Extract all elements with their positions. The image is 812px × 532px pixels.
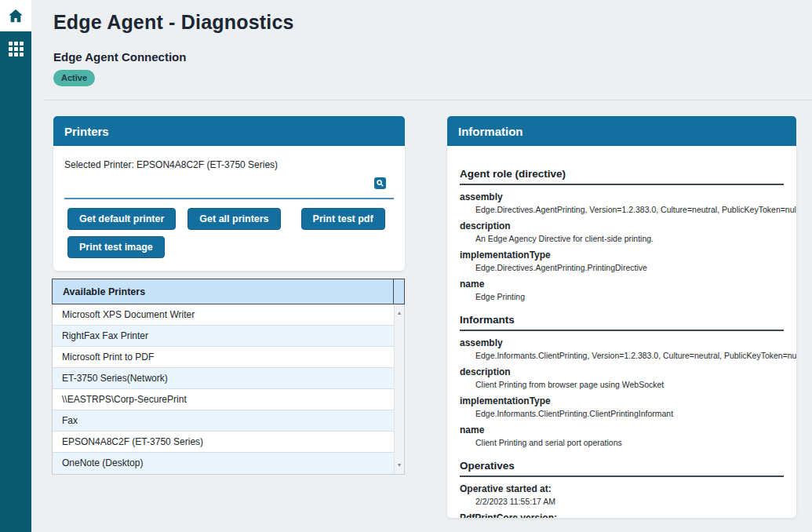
table-row[interactable]: \\EASTRPS\Corp-SecurePrint (53, 389, 394, 410)
information-panel-header: Information (447, 116, 796, 146)
info-field-label: Operative started at: (460, 483, 796, 495)
info-field-label: implementationType (460, 395, 796, 407)
selected-printer-label: Selected Printer: EPSON4A8C2F (ET-3750 S… (64, 159, 394, 170)
info-field-value: An Edge Agency Directive for client-side… (475, 232, 796, 245)
table-row[interactable]: Fax (53, 410, 394, 432)
info-field-label: description (460, 220, 796, 232)
sidebar (0, 0, 31, 532)
information-body: Agent role (directive)assemblyEdge.Direc… (447, 146, 796, 518)
header-divider (45, 100, 812, 100)
info-field-value: Edge.Informants.ClientPrinting.ClientPri… (475, 407, 796, 420)
print-test-pdf-button[interactable]: Print test pdf (301, 208, 385, 230)
info-field-label: assembly (460, 191, 796, 203)
info-field-value: Client Printing from browser page using … (475, 378, 796, 391)
printers-panel-header: Printers (53, 116, 405, 146)
info-field-value: Edge.Informants.ClientPrinting, Version=… (475, 349, 796, 362)
printer-list-scrollbar[interactable]: ▲ ▼ (394, 304, 404, 474)
printer-list-container: Microsoft XPS Document WriterRightFax Fa… (52, 304, 405, 475)
sidebar-home-button[interactable] (0, 0, 31, 31)
table-row[interactable]: EPSON4A8C2F (ET-3750 Series) (53, 432, 394, 453)
printers-panel-title: Printers (64, 125, 109, 138)
scroll-up-icon[interactable]: ▲ (395, 309, 404, 317)
printer-search-button[interactable] (374, 177, 386, 189)
page-title: Edge Agent - Diagnostics (53, 11, 294, 34)
table-row[interactable]: Microsoft Print to PDF (53, 347, 394, 368)
table-row[interactable]: ET-3750 Series(Network) (53, 368, 394, 389)
table-row[interactable]: Microsoft XPS Document Writer (53, 304, 394, 326)
info-section-heading: Operatives (460, 460, 784, 477)
printers-panel-body: Selected Printer: EPSON4A8C2F (ET-3750 S… (53, 146, 405, 271)
print-test-image-button[interactable]: Print test image (67, 236, 165, 258)
header-scroll-spacer (394, 279, 404, 304)
info-field-label: assembly (460, 337, 796, 349)
info-field-value: 2/2/2023 11:55:17 AM (475, 495, 796, 508)
get-all-printers-button[interactable]: Get all printers (188, 208, 280, 230)
sidebar-apps-button[interactable] (0, 31, 31, 66)
available-printers-table: Available Printers Microsoft XPS Documen… (52, 279, 405, 475)
info-field-value: Client Printing and serial port operatio… (475, 436, 796, 449)
available-printers-header: Available Printers (53, 279, 394, 304)
info-field-label: PdfPrintCore version: (460, 512, 796, 518)
search-icon (376, 179, 384, 188)
info-field-label: implementationType (460, 249, 796, 261)
info-section-heading: Informants (460, 314, 784, 331)
available-printers-header-row: Available Printers (52, 279, 405, 304)
table-row[interactable]: RightFax Fax Printer (53, 326, 394, 347)
status-badge: Active (53, 70, 95, 86)
info-field-label: description (460, 366, 796, 378)
scroll-down-icon[interactable]: ▼ (395, 461, 404, 469)
connection-heading: Edge Agent Connection (53, 50, 186, 64)
printers-panel: Printers Selected Printer: EPSON4A8C2F (… (53, 116, 405, 271)
get-default-printer-button[interactable]: Get default printer (67, 208, 176, 230)
information-panel-title: Information (458, 125, 523, 138)
apps-grid-icon (9, 42, 24, 56)
info-field-value: Edge.Directives.AgentPrinting, Version=1… (475, 203, 796, 216)
info-field-value: Edge Printing (475, 290, 796, 303)
info-field-label: name (460, 424, 796, 436)
printer-field-underline (64, 198, 394, 199)
table-row[interactable]: OneNote (Desktop) (53, 453, 394, 474)
printer-list: Microsoft XPS Document WriterRightFax Fa… (53, 304, 394, 474)
info-section-heading: Agent role (directive) (460, 168, 784, 185)
information-panel: Information Agent role (directive)assemb… (447, 116, 796, 518)
info-field-value: Edge.Directives.AgentPrinting.PrintingDi… (475, 261, 796, 274)
info-field-label: name (460, 278, 796, 290)
home-icon (7, 7, 24, 24)
